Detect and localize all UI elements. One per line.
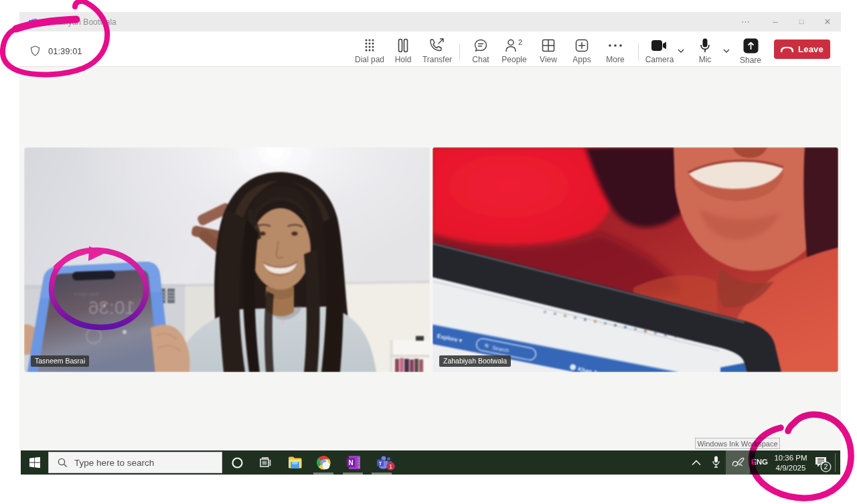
svg-text:2: 2	[824, 463, 828, 471]
svg-text:10:36: 10:36	[88, 297, 135, 318]
svg-text:1: 1	[389, 463, 392, 470]
svg-text:N: N	[348, 459, 353, 467]
svg-text:Wed, April 9: Wed, April 9	[74, 292, 99, 297]
svg-text:T: T	[30, 20, 33, 25]
svg-text:2: 2	[518, 38, 522, 46]
svg-text:T: T	[379, 460, 382, 467]
